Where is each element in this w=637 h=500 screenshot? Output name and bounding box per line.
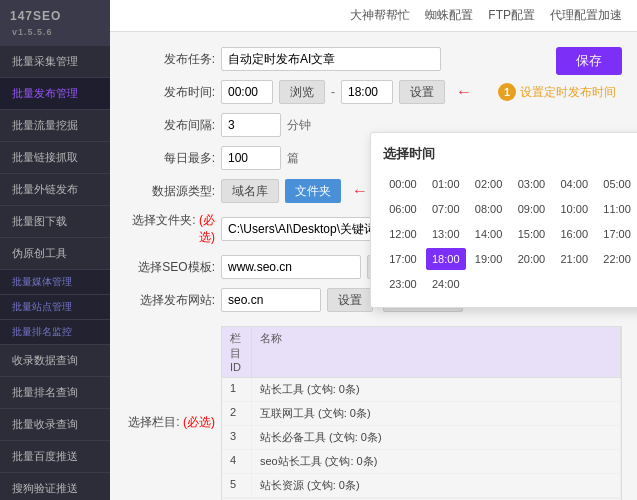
table-row[interactable]: 5 站长资源 (文钩: 0条)	[222, 474, 621, 498]
sidebar-item-sogou-push[interactable]: 搜狗验证推送	[0, 473, 110, 500]
time-row: 发布时间: 浏览 - 设置 ← 1 设置定时发布时间	[125, 80, 622, 104]
time-cell-1100[interactable]: 11:00	[597, 198, 637, 220]
time-cell-0300[interactable]: 03:00	[511, 173, 551, 195]
app-logo: 147SEO v1.5.5.6	[0, 0, 110, 46]
time-cell-1700b[interactable]: 17:00	[383, 248, 423, 270]
sidebar-item-index-query[interactable]: 批量收录查询	[0, 409, 110, 441]
task-input[interactable]	[221, 47, 441, 71]
content-area: 保存 发布任务: 发布时间: 浏览 - 设置 ← 1 设置定时发布时间 发布间隔…	[110, 32, 637, 500]
table-header: 栏目ID 名称	[222, 327, 621, 378]
table-row[interactable]: 3 站长必备工具 (文钩: 0条)	[222, 426, 621, 450]
sidebar-item-rank-query[interactable]: 批量排名查询	[0, 377, 110, 409]
time-cell-0200[interactable]: 02:00	[469, 173, 509, 195]
time-cell-2000[interactable]: 20:00	[511, 248, 551, 270]
sidebar-item-publish[interactable]: 批量发布管理	[0, 78, 110, 110]
time-cell-1500[interactable]: 15:00	[511, 223, 551, 245]
time-cell-0700[interactable]: 07:00	[426, 198, 466, 220]
topbar: 大神帮帮忙 蜘蛛配置 FTP配置 代理配置加速	[110, 0, 637, 32]
time-cell-0500[interactable]: 05:00	[597, 173, 637, 195]
task-label: 发布任务:	[125, 51, 215, 68]
time-picker-title: 选择时间	[383, 145, 637, 163]
time-grid: 00:00 01:00 02:00 03:00 04:00 05:00 06:0…	[383, 173, 637, 295]
sidebar-item-sites[interactable]: 批量站点管理	[0, 295, 110, 320]
col-header-id: 栏目ID	[222, 327, 252, 377]
file-path-input[interactable]	[221, 217, 391, 241]
time-cell-0000[interactable]: 00:00	[383, 173, 423, 195]
site-input[interactable]	[221, 288, 321, 312]
sidebar-item-rank-monitor[interactable]: 批量排名监控	[0, 320, 110, 345]
source-label: 数据源类型:	[125, 183, 215, 200]
time-browse-btn[interactable]: 浏览	[279, 80, 325, 104]
time-cell-1900[interactable]: 19:00	[469, 248, 509, 270]
time-cell-1800[interactable]: 18:00	[426, 248, 466, 270]
topbar-ftp[interactable]: FTP配置	[488, 7, 535, 24]
topbar-proxy[interactable]: 代理配置加速	[550, 7, 622, 24]
source-folder-btn[interactable]: 文件夹	[285, 179, 341, 203]
time-cell-1300[interactable]: 13:00	[426, 223, 466, 245]
category-row: 选择栏目: (必选) 栏目ID 名称 1 站长工具 (文钩: 0条) 2	[125, 321, 622, 500]
time-picker-overlay: 选择时间 00:00 01:00 02:00 03:00 04:00 05:00…	[370, 132, 637, 308]
sidebar: 147SEO v1.5.5.6 批量采集管理 批量发布管理 批量流量挖掘 批量链…	[0, 0, 110, 500]
category-label: 选择栏目: (必选)	[125, 414, 215, 431]
sidebar-item-external[interactable]: 批量外链发布	[0, 174, 110, 206]
sidebar-item-collect[interactable]: 批量采集管理	[0, 46, 110, 78]
main-content: 大神帮帮忙 蜘蛛配置 FTP配置 代理配置加速 保存 发布任务: 发布时间: 浏…	[110, 0, 637, 500]
sidebar-item-rewrite[interactable]: 伪原创工具	[0, 238, 110, 270]
time-cell-1200[interactable]: 12:00	[383, 223, 423, 245]
time-cell-0800[interactable]: 08:00	[469, 198, 509, 220]
time-cell-1400[interactable]: 14:00	[469, 223, 509, 245]
time-cell-1700[interactable]: 17:00	[597, 223, 637, 245]
sidebar-item-media[interactable]: 批量媒体管理	[0, 270, 110, 295]
file-label: 选择文件夹: (必选)	[125, 212, 215, 246]
table-row[interactable]: 1 站长工具 (文钩: 0条)	[222, 378, 621, 402]
time-cell-2400[interactable]: 24:00	[426, 273, 466, 295]
time-cell-2100[interactable]: 21:00	[554, 248, 594, 270]
source-domain-btn[interactable]: 域名库	[221, 179, 279, 203]
arrow-icon-1: ←	[456, 83, 472, 101]
table-row[interactable]: 2 互联网工具 (文钩: 0条)	[222, 402, 621, 426]
time-cell-0900[interactable]: 09:00	[511, 198, 551, 220]
daily-unit: 篇	[287, 150, 299, 167]
time-from-input[interactable]	[221, 80, 273, 104]
topbar-spider[interactable]: 蜘蛛配置	[425, 7, 473, 24]
sidebar-item-links[interactable]: 批量链接抓取	[0, 142, 110, 174]
sidebar-item-traffic[interactable]: 批量流量挖掘	[0, 110, 110, 142]
topbar-help[interactable]: 大神帮帮忙	[350, 7, 410, 24]
time-set-btn[interactable]: 设置	[399, 80, 445, 104]
time-cell-1000[interactable]: 10:00	[554, 198, 594, 220]
save-button[interactable]: 保存	[556, 47, 622, 75]
site-label: 选择发布网站:	[125, 292, 215, 309]
col-header-name: 名称	[252, 327, 621, 377]
time-to-input[interactable]	[341, 80, 393, 104]
daily-label: 每日最多:	[125, 150, 215, 167]
task-row: 发布任务:	[125, 47, 622, 71]
time-cell-0400[interactable]: 04:00	[554, 173, 594, 195]
sidebar-item-baidu-push[interactable]: 批量百度推送	[0, 441, 110, 473]
time-cell-0600[interactable]: 06:00	[383, 198, 423, 220]
time-cell-2300[interactable]: 23:00	[383, 273, 423, 295]
seo-input[interactable]	[221, 255, 361, 279]
arrow-icon-2: ←	[352, 182, 368, 200]
sidebar-item-data-query[interactable]: 收录数据查询	[0, 345, 110, 377]
category-table: 栏目ID 名称 1 站长工具 (文钩: 0条) 2 互联网工具 (文钩: 0条)…	[221, 321, 622, 500]
interval-unit: 分钟	[287, 117, 311, 134]
site-set-btn[interactable]: 设置	[327, 288, 373, 312]
time-label: 发布时间:	[125, 84, 215, 101]
interval-input[interactable]	[221, 113, 281, 137]
time-cell-1600[interactable]: 16:00	[554, 223, 594, 245]
time-cell-0100[interactable]: 01:00	[426, 173, 466, 195]
table-row[interactable]: 4 seo站长工具 (文钩: 0条)	[222, 450, 621, 474]
daily-input[interactable]	[221, 146, 281, 170]
time-cell-2200[interactable]: 22:00	[597, 248, 637, 270]
sidebar-item-images[interactable]: 批量图下载	[0, 206, 110, 238]
category-table-container: 栏目ID 名称 1 站长工具 (文钩: 0条) 2 互联网工具 (文钩: 0条)…	[221, 326, 622, 500]
seo-label: 选择SEO模板:	[125, 259, 215, 276]
interval-label: 发布间隔:	[125, 117, 215, 134]
annotation-1: 1 设置定时发布时间	[498, 83, 616, 101]
